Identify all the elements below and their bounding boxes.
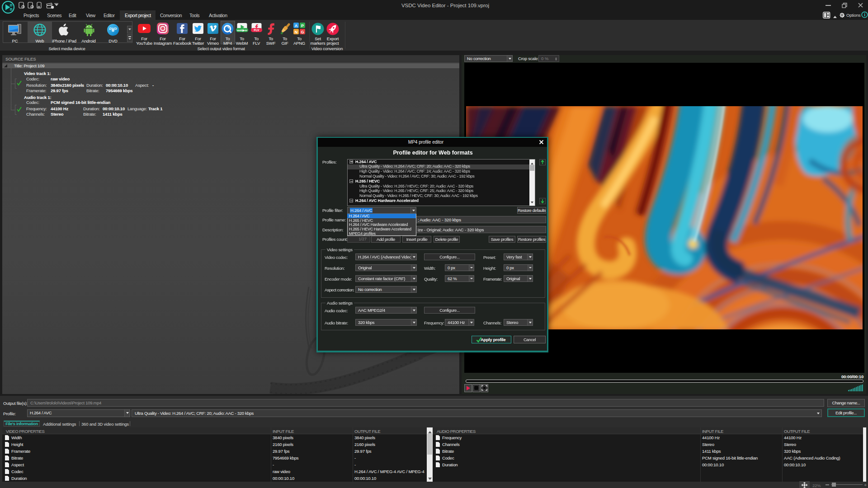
svg-text:DVD: DVD [109, 27, 117, 31]
svg-text:web▶m: web▶m [236, 28, 247, 32]
svg-text:A: A [295, 23, 298, 28]
svg-text:P: P [301, 23, 304, 28]
svg-text:FLV: FLV [254, 28, 259, 32]
svg-text:G: G [301, 30, 304, 34]
svg-text:N: N [295, 30, 298, 34]
